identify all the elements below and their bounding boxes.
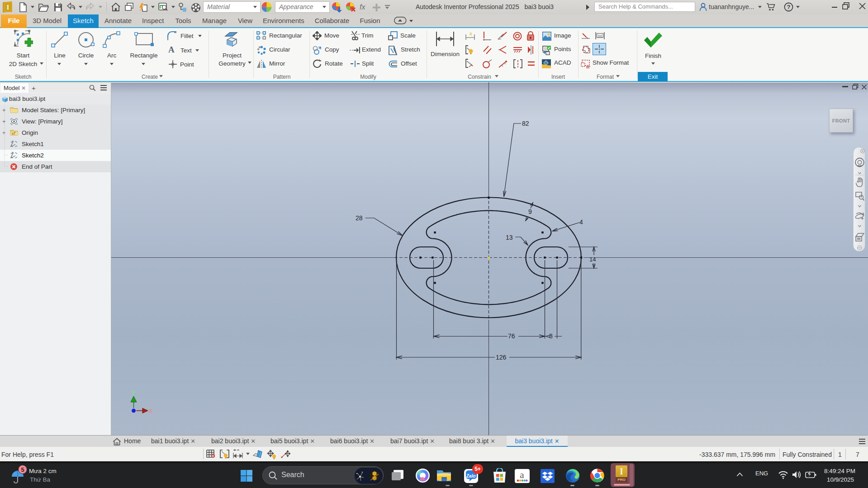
svg-text:a: a — [520, 469, 524, 480]
svg-text:126: 126 — [496, 354, 507, 361]
svg-text:14: 14 — [589, 256, 596, 263]
svg-text:X: X — [149, 408, 152, 414]
svg-text:82: 82 — [522, 120, 529, 127]
svg-text:?: ? — [787, 4, 791, 10]
svg-text:Zalo: Zalo — [466, 474, 476, 479]
svg-text:9: 9 — [528, 208, 532, 215]
svg-text:Y: Y — [132, 390, 135, 395]
svg-text:I: I — [7, 4, 9, 11]
svg-text:13: 13 — [506, 234, 513, 241]
svg-text:8: 8 — [549, 332, 553, 340]
svg-text:76: 76 — [508, 332, 515, 340]
svg-text:[x]: [x] — [598, 34, 602, 38]
svg-text:28: 28 — [356, 214, 363, 222]
svg-text:4: 4 — [579, 218, 583, 226]
